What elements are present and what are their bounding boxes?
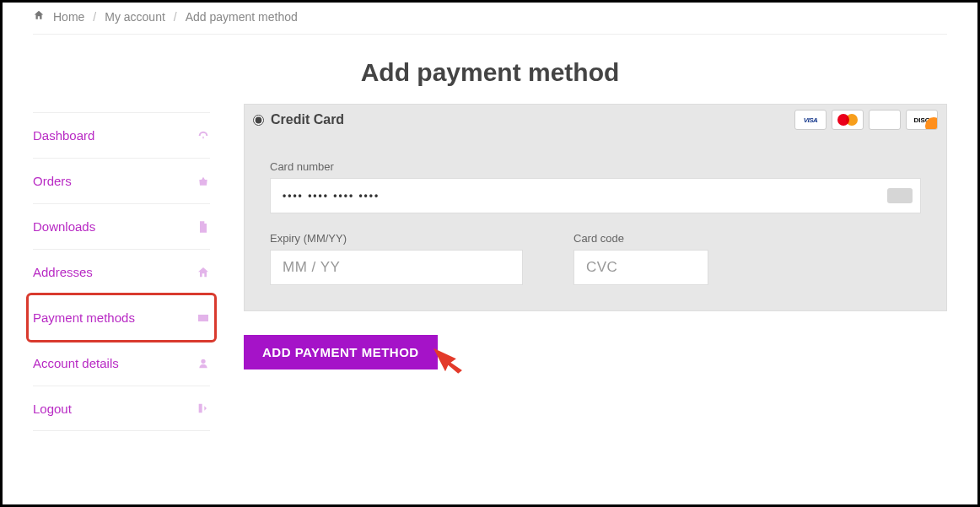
expiry-input[interactable] — [270, 250, 523, 285]
home-icon — [33, 9, 45, 24]
cvc-input[interactable] — [573, 250, 708, 285]
amex-icon: AMEX — [869, 110, 901, 130]
accepted-cards: VISA AMEX DISC — [794, 110, 938, 130]
sidebar-item-dashboard[interactable]: Dashboard — [33, 112, 210, 158]
sidebar-item-label: Logout — [33, 402, 72, 416]
sign-out-icon — [197, 402, 210, 415]
sidebar-item-addresses[interactable]: Addresses — [33, 249, 210, 294]
card-number-input[interactable] — [270, 178, 921, 213]
sidebar-item-logout[interactable]: Logout — [33, 386, 210, 431]
home-icon — [197, 266, 210, 279]
credit-card-radio[interactable] — [253, 115, 264, 126]
cvc-label: Card code — [573, 232, 708, 245]
sidebar-item-orders[interactable]: Orders — [33, 158, 210, 203]
payment-option-label: Credit Card — [271, 112, 344, 127]
sidebar-item-account-details[interactable]: Account details — [33, 340, 210, 386]
sidebar-item-label: Orders — [33, 174, 72, 188]
visa-icon: VISA — [794, 110, 827, 130]
user-icon — [197, 357, 210, 370]
dashboard-icon — [197, 129, 210, 143]
breadcrumb: Home / My account / Add payment method — [33, 9, 947, 35]
sidebar-item-label: Payment methods — [33, 310, 135, 325]
sidebar-item-label: Addresses — [33, 265, 93, 279]
breadcrumb-home[interactable]: Home — [53, 10, 84, 24]
breadcrumb-my-account[interactable]: My account — [105, 10, 165, 24]
add-payment-method-button[interactable]: ADD PAYMENT METHOD — [244, 335, 438, 369]
sidebar-item-payment-methods[interactable]: Payment methods — [33, 294, 210, 340]
discover-icon: DISC — [906, 110, 938, 130]
sidebar-item-label: Account details — [33, 356, 119, 370]
card-brand-slot-icon — [887, 188, 913, 203]
file-icon — [197, 220, 210, 234]
mastercard-icon — [832, 110, 864, 130]
credit-card-icon — [197, 311, 210, 325]
basket-icon — [197, 175, 210, 188]
breadcrumb-sep: / — [174, 10, 177, 24]
breadcrumb-sep: / — [93, 10, 96, 24]
expiry-label: Expiry (MM/YY) — [270, 232, 523, 245]
payment-form: Card number Expiry (MM/YY) Card code — [244, 135, 947, 311]
payment-option-credit-card[interactable]: Credit Card VISA AMEX DISC — [244, 104, 947, 135]
card-number-label: Card number — [270, 160, 921, 173]
sidebar-item-label: Dashboard — [33, 128, 94, 143]
sidebar-item-label: Downloads — [33, 219, 95, 234]
breadcrumb-current: Add payment method — [186, 10, 298, 24]
account-nav: Dashboard Orders Downloads Addresses Pay… — [33, 112, 210, 431]
page-title: Add payment method — [33, 58, 947, 87]
sidebar-item-downloads[interactable]: Downloads — [33, 203, 210, 249]
